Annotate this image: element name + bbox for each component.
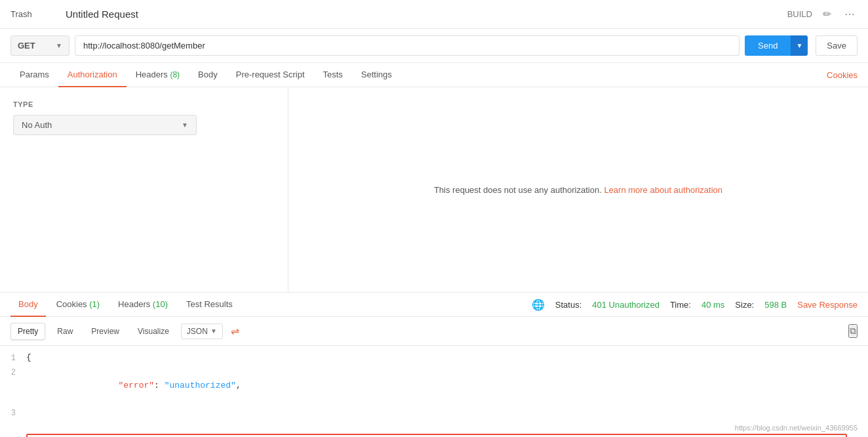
size-value: 598 B	[764, 300, 787, 310]
line-num-1: 1	[0, 351, 26, 365]
top-bar: Trash Untitled Request BUILD ✏ ⋯	[0, 0, 868, 29]
top-bar-left: Trash Untitled Request	[10, 9, 138, 20]
status-label: Status:	[555, 300, 582, 310]
globe-icon[interactable]: 🌐	[532, 299, 545, 311]
copy-button[interactable]: ⧉	[848, 324, 858, 338]
auth-type-select[interactable]: No Auth ▼	[13, 115, 197, 135]
request-panel: GET ▼ Send ▼ Save Params Authorization H…	[0, 29, 868, 437]
tab-settings[interactable]: Settings	[352, 63, 401, 87]
line-content-2: "error": "unauthorized",	[26, 365, 868, 406]
time-value: 40 ms	[701, 300, 724, 310]
size-label: Size:	[735, 300, 754, 310]
cookies-badge: (1)	[89, 299, 100, 309]
response-status: 🌐 Status: 401 Unauthorized Time: 40 ms S…	[532, 299, 858, 311]
code-line-1: 1 {	[0, 351, 868, 365]
send-dropdown-button[interactable]: ▼	[791, 35, 808, 56]
more-icon: ⋯	[844, 9, 855, 20]
wrap-icon[interactable]: ⇌	[228, 322, 242, 340]
method-chevron-icon: ▼	[56, 42, 62, 49]
auth-learn-more-link[interactable]: Learn more about authorization	[604, 185, 722, 195]
resp-tab-headers[interactable]: Headers (10)	[110, 293, 176, 317]
method-select[interactable]: GET ▼	[10, 35, 69, 56]
line-num-3: 3	[0, 406, 26, 420]
format-preview-button[interactable]: Preview	[85, 323, 126, 339]
request-title: Untitled Request	[66, 9, 138, 20]
send-btn-group: Send ▼	[745, 35, 808, 56]
bottom-link: https://blog.csdn.net/weixin_43669955	[735, 424, 858, 432]
format-visualize-button[interactable]: Visualize	[131, 323, 176, 339]
resp-tab-cookies[interactable]: Cookies (1)	[49, 293, 108, 317]
content-type-chevron-icon: ▼	[210, 327, 217, 335]
content-type-label: JSON	[187, 327, 208, 336]
tab-prerequest[interactable]: Pre-request Script	[227, 63, 314, 87]
auth-type-value: No Auth	[22, 120, 52, 130]
response-tabs: Body Cookies (1) Headers (10) Test Resul…	[0, 293, 868, 317]
app-container: Trash Untitled Request BUILD ✏ ⋯ GET ▼	[0, 0, 868, 437]
auth-type-label: TYPE	[13, 100, 275, 108]
tab-authorization[interactable]: Authorization	[58, 63, 127, 87]
highlighted-line: "error_description": "Full authenticatio…	[26, 434, 847, 437]
format-raw-button[interactable]: Raw	[50, 323, 79, 339]
tab-body[interactable]: Body	[189, 63, 227, 87]
auth-panel: TYPE No Auth ▼ This request does not use…	[0, 87, 868, 293]
time-label: Time:	[670, 300, 691, 310]
headers-badge: (8)	[170, 70, 180, 79]
line-num-2: 2	[0, 365, 26, 379]
send-dropdown-icon: ▼	[796, 42, 802, 49]
response-section: Body Cookies (1) Headers (10) Test Resul…	[0, 293, 868, 437]
tab-headers[interactable]: Headers (8)	[127, 63, 189, 87]
edit-icon: ✏	[823, 9, 831, 20]
content-type-select[interactable]: JSON ▼	[181, 323, 223, 339]
top-bar-right: BUILD ✏ ⋯	[787, 5, 858, 23]
line-content-3: "error_description": "Full authenticatio…	[26, 406, 868, 437]
status-value: 401 Unauthorized	[592, 300, 660, 310]
tab-params[interactable]: Params	[10, 63, 58, 87]
code-line-3: 3 "error_description": "Full authenticat…	[0, 406, 868, 437]
copy-icon: ⧉	[850, 325, 856, 336]
code-line-2: 2 "error": "unauthorized",	[0, 365, 868, 406]
url-input[interactable]	[75, 35, 740, 56]
auth-message: This request does not use any authorizat…	[434, 185, 722, 195]
body-toolbar: Pretty Raw Preview Visualize JSON ▼ ⇌ ⧉	[0, 317, 868, 346]
resp-tab-body[interactable]: Body	[10, 293, 46, 317]
cookies-link[interactable]: Cookies	[827, 70, 858, 80]
save-button[interactable]: Save	[816, 35, 858, 56]
trash-label: Trash	[10, 9, 58, 19]
resp-headers-badge: (10)	[153, 299, 168, 309]
json-key-error: "error"	[118, 381, 154, 390]
build-label: BUILD	[787, 9, 812, 19]
resp-tab-test-results[interactable]: Test Results	[178, 293, 241, 317]
save-response-button[interactable]: Save Response	[797, 300, 858, 310]
json-value-error: "unauthorized"	[165, 381, 236, 390]
auth-right: This request does not use any authorizat…	[288, 87, 868, 292]
format-pretty-button[interactable]: Pretty	[10, 323, 45, 340]
auth-type-chevron-icon: ▼	[182, 121, 188, 129]
main-layout: GET ▼ Send ▼ Save Params Authorization H…	[0, 29, 868, 437]
line-content-1: {	[26, 351, 868, 365]
tab-tests[interactable]: Tests	[314, 63, 352, 87]
auth-left: TYPE No Auth ▼	[0, 87, 288, 292]
send-button[interactable]: Send	[745, 35, 791, 56]
edit-icon-button[interactable]: ✏	[820, 5, 834, 23]
more-icon-button[interactable]: ⋯	[842, 5, 858, 23]
url-bar: GET ▼ Send ▼ Save	[0, 29, 868, 63]
method-label: GET	[18, 41, 35, 51]
request-tabs: Params Authorization Headers (8) Body Pr…	[0, 63, 868, 87]
